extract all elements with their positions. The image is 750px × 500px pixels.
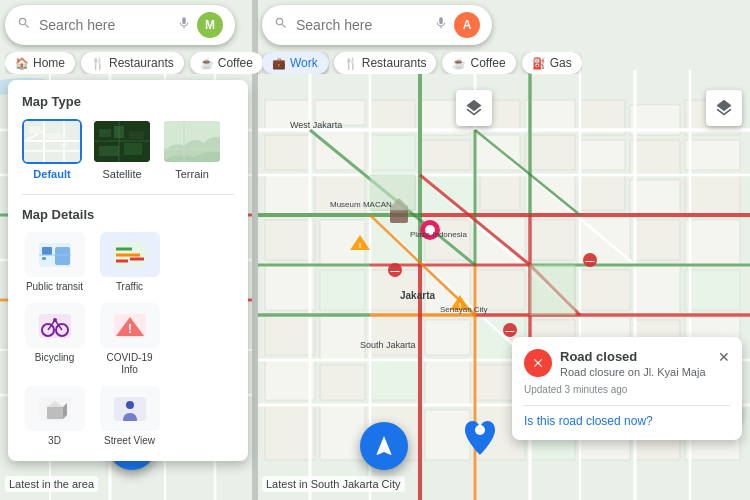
right-tab-restaurants[interactable]: 🍴 Restaurants [334, 52, 437, 74]
3d-label: 3D [48, 435, 61, 447]
detail-bicycling[interactable]: Bicycling [22, 303, 87, 376]
svg-rect-204 [42, 247, 52, 255]
svg-rect-113 [320, 405, 365, 460]
detail-public-transit[interactable]: Public transit [22, 232, 87, 293]
right-navigate-button[interactable] [360, 422, 408, 470]
svg-rect-195 [129, 131, 144, 139]
svg-rect-74 [630, 180, 680, 215]
right-layers-button[interactable] [706, 90, 742, 126]
svg-text:!: ! [359, 241, 362, 250]
right-search-bar[interactable]: A [262, 5, 492, 45]
road-closed-close-button[interactable]: ✕ [718, 349, 730, 365]
svg-rect-83 [635, 220, 680, 260]
svg-point-225 [126, 401, 134, 409]
left-tab-restaurants[interactable]: 🍴 Restaurants [81, 52, 184, 74]
map-type-title: Map Type [22, 94, 234, 109]
covid-icon-box: ! [100, 303, 160, 348]
default-thumb [22, 119, 82, 164]
svg-rect-50 [315, 100, 365, 125]
left-tab-home[interactable]: 🏠 Home [5, 52, 75, 74]
map-type-grid: Default [22, 119, 234, 180]
right-search-icon [274, 16, 288, 34]
3d-icon-box [25, 386, 85, 431]
right-mic-icon[interactable] [434, 16, 448, 34]
svg-rect-105 [370, 360, 420, 400]
left-search-input[interactable] [39, 17, 171, 33]
coffee-icon: ☕ [200, 57, 214, 70]
right-tab-restaurants-label: Restaurants [362, 56, 427, 70]
svg-rect-103 [265, 360, 315, 400]
svg-rect-54 [525, 100, 575, 130]
map-type-satellite[interactable]: Satellite [92, 119, 152, 180]
svg-rect-81 [530, 220, 575, 260]
road-closed-content: Road closed Road closure on Jl. Kyai Maj… [560, 349, 718, 378]
home-icon: 🏠 [15, 57, 29, 70]
right-tab-work[interactable]: 💼 Work [262, 52, 328, 74]
svg-rect-68 [315, 175, 365, 215]
svg-rect-196 [99, 146, 119, 156]
svg-rect-92 [635, 265, 680, 315]
restaurants-icon: 🍴 [91, 57, 105, 70]
svg-rect-193 [99, 129, 111, 137]
svg-point-216 [53, 318, 57, 322]
map-container: ! ! — — — — West Jakarta Jakarta South J… [0, 0, 750, 500]
svg-rect-104 [320, 365, 365, 400]
svg-text:—: — [506, 326, 515, 336]
svg-rect-61 [420, 140, 470, 170]
bottom-label-center: Latest in South Jakarta City [262, 476, 405, 492]
svg-rect-58 [265, 135, 310, 170]
svg-rect-96 [370, 315, 420, 355]
right-tab-coffee[interactable]: ☕ Coffee [442, 52, 515, 74]
svg-rect-183 [252, 0, 258, 500]
svg-rect-93 [685, 270, 740, 310]
detail-3d[interactable]: 3D [22, 386, 87, 447]
map-type-default[interactable]: Default [22, 119, 82, 180]
svg-rect-71 [480, 175, 520, 210]
map-type-panel: Map Type [8, 80, 248, 461]
svg-rect-91 [580, 270, 630, 310]
svg-text:!: ! [128, 322, 132, 336]
svg-rect-67 [265, 175, 310, 215]
left-layers-button[interactable] [456, 90, 492, 126]
default-label: Default [33, 168, 70, 180]
svg-text:—: — [586, 256, 595, 266]
right-search-input[interactable] [296, 17, 428, 33]
panel-divider [22, 194, 234, 195]
road-closed-question-button[interactable]: Is this road closed now? [524, 405, 730, 428]
left-search-bar[interactable]: M [5, 5, 235, 45]
svg-rect-85 [265, 265, 315, 310]
left-tab-coffee[interactable]: ☕ Coffee [190, 52, 263, 74]
svg-rect-197 [124, 143, 142, 155]
svg-rect-95 [320, 315, 365, 360]
right-tab-coffee-label: Coffee [470, 56, 505, 70]
detail-covid[interactable]: ! COVID-19 Info [97, 303, 162, 376]
svg-text:!: ! [459, 301, 462, 310]
traffic-icon-box [100, 232, 160, 277]
svg-rect-59 [315, 130, 365, 170]
bottom-label-left: Latest in the area [5, 476, 98, 492]
detail-street-view[interactable]: Street View [97, 386, 162, 447]
svg-rect-73 [580, 175, 625, 210]
right-avatar[interactable]: A [454, 12, 480, 38]
svg-rect-206 [55, 247, 70, 265]
street-view-label: Street View [104, 435, 155, 447]
left-avatar[interactable]: M [197, 12, 223, 38]
svg-rect-221 [47, 407, 63, 419]
svg-rect-115 [425, 410, 470, 460]
detail-traffic[interactable]: Traffic [97, 232, 162, 293]
transit-icon-box [25, 232, 85, 277]
road-closed-time: Updated 3 minutes ago [524, 384, 730, 395]
gas-icon-2: ⛽ [532, 57, 546, 70]
svg-rect-66 [685, 140, 740, 170]
left-mic-icon[interactable] [177, 16, 191, 34]
svg-rect-205 [42, 257, 46, 260]
right-tab-gas[interactable]: ⛽ Gas [522, 52, 582, 74]
svg-rect-86 [320, 270, 365, 310]
svg-rect-75 [685, 175, 740, 215]
left-tab-home-label: Home [33, 56, 65, 70]
svg-rect-190 [29, 126, 41, 134]
road-closed-card: Road closed Road closure on Jl. Kyai Maj… [512, 337, 742, 440]
map-type-terrain[interactable]: Terrain [162, 119, 222, 180]
right-tab-gas-label: Gas [550, 56, 572, 70]
road-closed-icon [524, 349, 552, 377]
